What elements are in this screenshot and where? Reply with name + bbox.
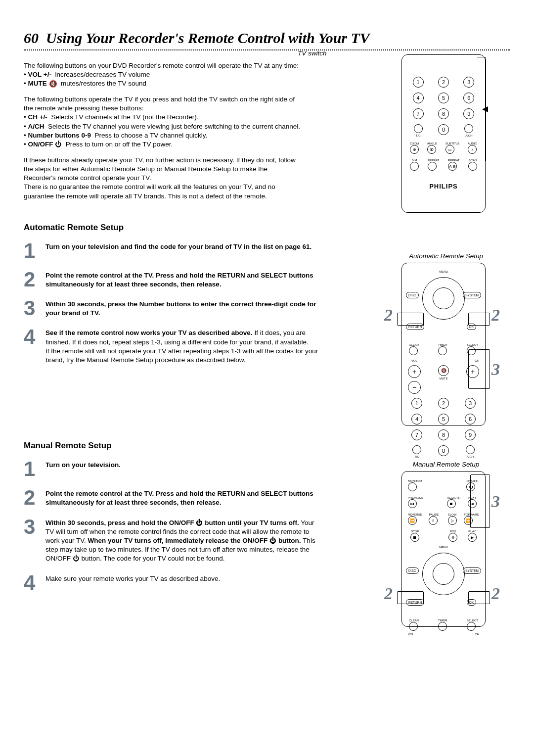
- power-icon: ⏻: [73, 555, 80, 562]
- num-1: 1: [411, 398, 422, 409]
- transport-row-3: REVERSE⏪ PAUSE⏸ SLOW▷ FORWARD⏩: [408, 512, 479, 525]
- transport-row-1: MONITOR ON/OFF⏻: [408, 478, 479, 491]
- callout-box: [468, 349, 490, 389]
- auto-step-2: 2 Point the remote control at the TV. Pr…: [24, 270, 320, 289]
- callout-box: [468, 313, 490, 326]
- auto-step-3: 3 Within 30 seconds, press the Number bu…: [24, 299, 320, 318]
- intro-num: • Number buttons 0-9 Press to choose a T…: [24, 131, 301, 140]
- step-number: 2: [24, 270, 45, 289]
- auto-step-1: 1 Turn on your television and find the c…: [24, 241, 320, 260]
- feature-row-2: DIM REPEAT REPEATA-B SCAN: [410, 158, 477, 171]
- intro-vol: • VOL +/- increases/decreases TV volume: [24, 70, 301, 79]
- pause-icon: ⏸: [429, 516, 438, 525]
- clear-btn: [409, 622, 418, 631]
- tvswitch-label: TV switch: [298, 49, 327, 57]
- tc-btn: [414, 124, 423, 133]
- disc-pill: DISC: [406, 567, 419, 574]
- num-0: 0: [438, 124, 449, 135]
- number-pad: 1 2 3 4 5 6 7 8 9 T/C 0 A/CH: [408, 398, 479, 458]
- clear-timer-select: CLEAR TIMER SELECT: [408, 618, 479, 631]
- audio-icon: ♪: [468, 145, 477, 154]
- scan-btn: [468, 162, 477, 171]
- num-7: 7: [411, 429, 422, 440]
- step-number: 3: [24, 518, 45, 564]
- num-3: 3: [463, 77, 474, 88]
- callout-2-left: 2: [384, 306, 393, 325]
- manual-diagram-caption: Manual Remote Setup: [382, 461, 510, 468]
- callout-2-left: 2: [384, 584, 393, 603]
- intro-block: The following buttons on your DVD Record…: [24, 61, 301, 201]
- callout-2-right: 2: [491, 306, 500, 325]
- mute-icon: 🔇: [49, 80, 57, 89]
- system-pill: SYSTEM: [463, 567, 481, 574]
- step-number: 2: [24, 488, 45, 507]
- callout-box: [397, 591, 424, 604]
- right-column: TV switch 1 2 3 4 5 6 7 8 9 T/C 0 A/CH Z: [382, 54, 510, 627]
- num-3: 3: [465, 398, 476, 409]
- remote-diagram-top: 1 2 3 4 5 6 7 8 9 T/C 0 A/CH ZOOM⊕ ANGLE…: [401, 54, 486, 213]
- intro-ach: • A/CH Selects the TV channel you were v…: [24, 122, 301, 131]
- manual-step-4: 4 Make sure your remote works your TV as…: [24, 573, 320, 592]
- callout-2-right: 2: [491, 584, 500, 603]
- callout-3: 3: [491, 492, 500, 511]
- step-number: 4: [24, 573, 45, 592]
- angle-icon: ⦿: [427, 145, 436, 154]
- step-number: 1: [24, 241, 45, 260]
- num-5: 5: [438, 93, 449, 103]
- power-icon: ⏻: [196, 519, 203, 526]
- num-2: 2: [438, 77, 449, 88]
- subtitle-icon: ▭: [445, 145, 454, 154]
- tc-btn: [412, 445, 421, 454]
- page-title: Using Your Recorder's Remote Control wit…: [46, 30, 370, 46]
- intro-onoff: • ON/OFF ⏻ Press to turn on or off the T…: [24, 140, 301, 149]
- vol-up: +: [408, 365, 421, 378]
- num-8: 8: [438, 429, 449, 440]
- manual-steps: 1 Turn on your television. 2 Point the r…: [24, 460, 320, 592]
- disc-pill: DISC: [406, 292, 419, 298]
- repeat-btn: [428, 162, 437, 171]
- num-5: 5: [438, 414, 449, 425]
- clear-btn: [409, 346, 418, 355]
- system-pill: SYSTEM: [463, 292, 481, 298]
- auto-diagram-caption: Automatic Remote Setup: [382, 252, 510, 260]
- intro-p3: If these buttons already operate your TV…: [24, 156, 301, 183]
- transport-row-4: STOP⏹ FSS⊖ PLAY▶: [408, 529, 479, 542]
- callout-box: [397, 313, 424, 326]
- monitor-btn: [408, 482, 417, 491]
- timer-btn: [438, 346, 447, 355]
- svg-marker-0: [482, 106, 488, 112]
- manual-step-1: 1 Turn on your television.: [24, 460, 320, 478]
- num-2: 2: [438, 398, 449, 409]
- manual-step-2: 2 Point the remote control at the TV. Pr…: [24, 488, 320, 507]
- step-number: 4: [24, 328, 45, 365]
- page-number: 60: [24, 30, 39, 46]
- remote-diagram-auto: MENU DISC SYSTEM RETURN OK CLEAR TIMER S…: [401, 263, 486, 426]
- stop-icon: ⏹: [410, 533, 419, 542]
- num-6: 6: [465, 414, 476, 425]
- auto-steps: 1 Turn on your television and find the c…: [24, 241, 320, 365]
- num-9: 9: [465, 429, 476, 440]
- select-btn: [467, 622, 476, 631]
- previous-icon: ⏮: [408, 499, 417, 508]
- slow-icon: ▷: [448, 516, 457, 525]
- manual-step-3: 3 Within 30 seconds, press and hold the …: [24, 518, 320, 564]
- num-0: 0: [438, 445, 449, 456]
- tvswitch-arrow-icon: [482, 105, 488, 114]
- step-number: 3: [24, 299, 45, 318]
- feature-row-1: ZOOM⊕ ANGLE⦿ SUBTITLE▭ AUDIO♪: [410, 141, 477, 154]
- intro-p2: The following buttons operate the TV if …: [24, 95, 301, 113]
- num-7: 7: [413, 108, 424, 119]
- intro-ch: • CH +/- Selects TV channels at the TV (…: [24, 113, 301, 122]
- repeat-ab-btn: A-B: [448, 162, 457, 171]
- intro-p1: The following buttons on your DVD Record…: [24, 61, 301, 70]
- transport-row-2: PREVIOUS⏮ REC/OTR⏺ NEXT⏭: [408, 495, 479, 508]
- ach-btn: [464, 124, 473, 133]
- dim-btn: [410, 162, 419, 171]
- mute-btn: 🔇: [438, 365, 449, 376]
- num-9: 9: [463, 108, 474, 119]
- nav-inner: [433, 563, 454, 585]
- callout-box: [468, 591, 490, 604]
- callout-box: [470, 474, 490, 528]
- number-pad: 1 2 3 4 5 6 7 8 9 T/C 0 A/CH: [410, 77, 477, 137]
- fss-icon: ⊖: [448, 533, 457, 542]
